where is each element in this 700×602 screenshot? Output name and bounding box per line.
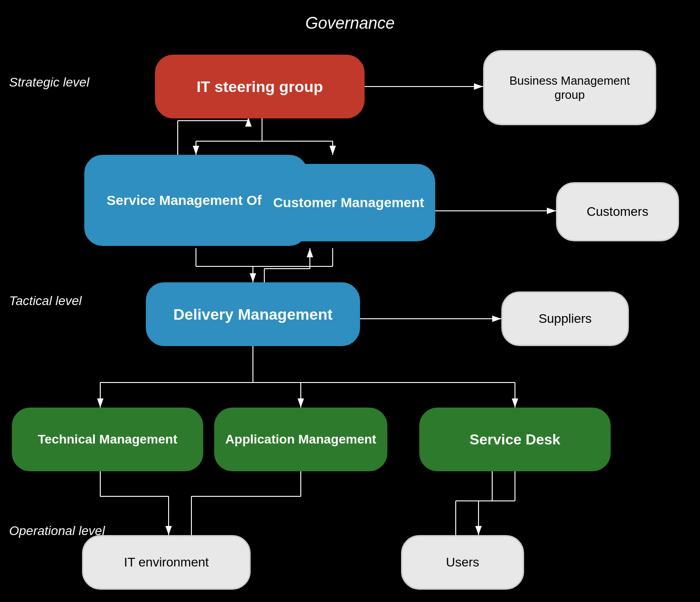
service-desk-node: Service Desk	[419, 408, 611, 471]
strategic-level-label: Strategic level	[9, 75, 89, 90]
operational-level-label: Operational level	[9, 524, 105, 538]
it-steering-group-node: IT steering group	[155, 55, 365, 118]
diagram-container: Governance Strategic level Tactical leve…	[0, 0, 700, 602]
tactical-level-label: Tactical level	[9, 294, 82, 308]
delivery-management-node: Delivery Management	[146, 282, 360, 346]
am-label: Application Management	[225, 432, 376, 447]
it-environment-node: IT environment	[82, 535, 251, 590]
dm-label: Delivery Management	[173, 306, 333, 323]
customers-node: Customers	[556, 182, 679, 241]
customer-management-node: Customer Management	[262, 164, 435, 241]
business-management-node: Business Management group	[483, 50, 656, 125]
application-management-node: Application Management	[214, 408, 387, 471]
users-node: Users	[401, 535, 524, 590]
technical-management-node: Technical Management	[12, 408, 203, 471]
business-management-label: Business Management group	[494, 74, 646, 102]
suppliers-node: Suppliers	[501, 291, 629, 346]
cm-label: Customer Management	[273, 195, 424, 210]
smo-label: Service Management Office	[107, 193, 285, 208]
governance-title: Governance	[0, 14, 700, 33]
